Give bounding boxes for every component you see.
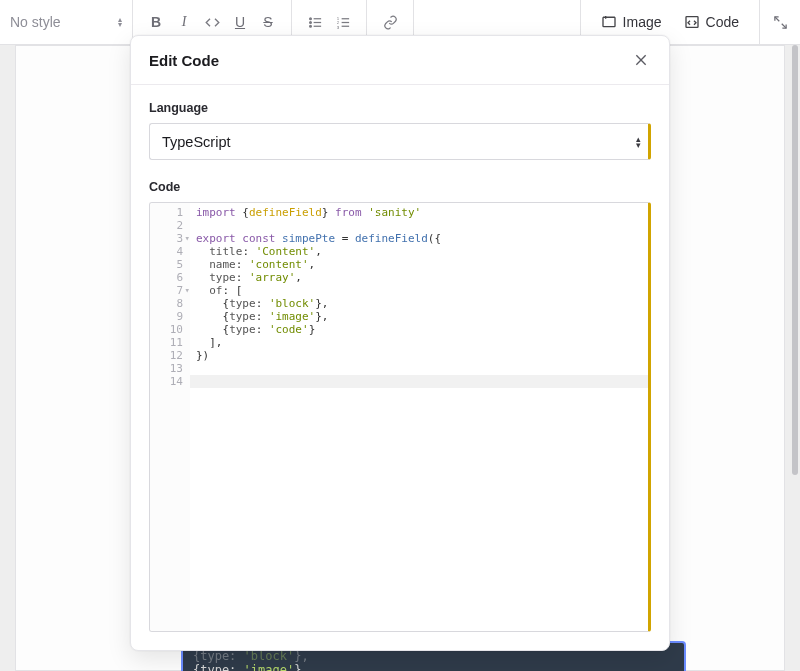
language-select-value: TypeScript [162,134,231,150]
svg-point-1 [309,21,311,23]
style-select-section: No style ▴▾ [0,0,133,44]
close-button[interactable] [631,50,651,70]
dialog-header: Edit Code [131,36,669,85]
code-label: Code [149,180,651,194]
svg-line-16 [774,16,778,20]
dialog-title: Edit Code [149,52,219,69]
svg-point-2 [309,25,311,27]
svg-rect-12 [603,17,615,26]
code-block-icon [684,14,700,30]
dialog-body: Language TypeScript ▴▾ Code 123456789101… [131,85,669,650]
svg-point-0 [309,17,311,19]
scrollbar-thumb[interactable] [792,45,798,475]
language-label: Language [149,101,651,115]
caret-updown-icon: ▴▾ [118,17,122,27]
caret-updown-icon: ▴▾ [636,136,641,148]
language-select-wrap: TypeScript ▴▾ [149,123,651,160]
svg-line-17 [781,23,785,27]
insert-image-label: Image [623,14,662,30]
code-editor[interactable]: 1234567891011121314 import {defineField}… [149,202,651,632]
image-icon [601,14,617,30]
svg-text:3: 3 [336,24,339,29]
gutter: 1234567891011121314 [150,203,190,631]
language-select[interactable]: TypeScript [149,123,651,160]
insert-code-label: Code [706,14,739,30]
collapse-button[interactable] [760,0,800,44]
style-select[interactable]: No style ▴▾ [10,14,122,30]
edit-code-dialog: Edit Code Language TypeScript ▴▾ Code 12… [130,35,670,651]
style-select-label: No style [10,14,61,30]
insert-code-button[interactable]: Code [674,0,749,45]
code-area[interactable]: import {defineField} from 'sanity' expor… [190,203,648,631]
